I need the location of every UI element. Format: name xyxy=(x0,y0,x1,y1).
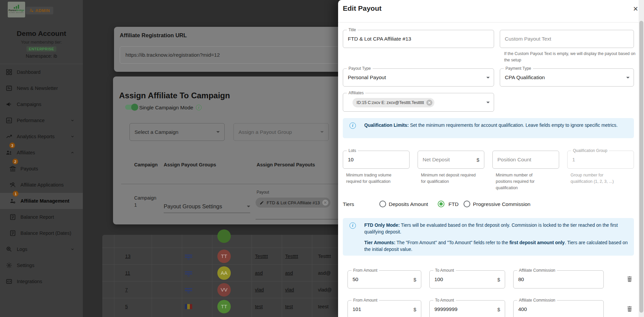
forexbridge-logo[interactable]: ForexBridge FOREX BROKER xyxy=(8,2,25,17)
dollar-adornment: $ xyxy=(414,307,416,312)
last-name-link[interactable]: test xyxy=(285,304,293,309)
bar-chart-icon xyxy=(6,117,12,124)
from-amount-label: From Amount xyxy=(352,268,379,273)
affiliate-id-link[interactable]: 7 xyxy=(125,287,128,293)
radio-deposits-amount[interactable] xyxy=(379,201,386,207)
sidebar-item-integrations[interactable]: Integrations xyxy=(0,273,83,289)
ftd-mode-alert: i FTD Only Mode: Tiers will be evaluated… xyxy=(343,218,634,256)
scrollbar-thumb[interactable] xyxy=(639,21,643,313)
payment-type-select[interactable]: CPA Qualification xyxy=(500,68,634,87)
position-count-helper: Minimum number of positions required for… xyxy=(496,172,546,191)
campaign-cell: Campaign 1 xyxy=(134,195,156,209)
sidebar-item-settings[interactable]: Settings xyxy=(0,257,83,273)
affiliate-chip[interactable]: ID:15 C:zxcv E: zxcv@Testttt.Testtttt ✕ xyxy=(353,98,434,107)
affiliate-commission-field[interactable]: 80 xyxy=(513,270,604,288)
from-amount-field[interactable]: 101 $ xyxy=(347,300,421,317)
sidebar: ForexBridge FOREX BROKER ADMIN Demo Acco… xyxy=(0,0,83,317)
radio-ftd[interactable] xyxy=(438,201,444,207)
radio-deposits-amount-label: Deposits Amount xyxy=(389,201,428,207)
chevron-down-icon xyxy=(486,77,490,78)
admin-person-lock-icon xyxy=(29,8,34,13)
chip-remove-icon[interactable]: ✕ xyxy=(322,200,328,206)
dollar-adornment: $ xyxy=(477,157,479,163)
qualification-group-label: Qualification Group xyxy=(571,148,609,153)
dollar-adornment: $ xyxy=(414,277,416,282)
single-campaign-toggle[interactable] xyxy=(125,105,137,110)
membership-tier-label: Your membership tier: xyxy=(0,40,83,45)
sidebar-item-news-newsletter[interactable]: News & Newsletter xyxy=(0,80,83,96)
sidebar-item-logs[interactable]: Logs xyxy=(0,241,83,257)
qualification-group-field[interactable]: 1 xyxy=(567,151,634,169)
affiliates-label: Affiliates xyxy=(347,91,365,95)
from-amount-field[interactable]: 50 $ xyxy=(347,270,421,288)
lots-field[interactable]: 10 xyxy=(343,151,410,169)
sidebar-item-payouts[interactable]: Payouts 2 xyxy=(0,161,83,177)
tier-badge: ENTERPRISE xyxy=(26,46,56,52)
first-name-link[interactable]: vlad xyxy=(255,287,264,293)
chevron-down-icon xyxy=(70,135,74,139)
title-field-value: FTD & Lot CPA Affiliate #13 xyxy=(348,36,411,42)
sidebar-item-affiliate-applications[interactable]: Affiliate Applications xyxy=(0,177,83,193)
affiliate-commission-field[interactable]: 400 xyxy=(513,300,604,317)
assign-card-title: Assign Affiliate To Campaign xyxy=(119,91,230,100)
delete-tier-icon[interactable] xyxy=(626,275,633,283)
col-campaign: Campaign xyxy=(134,162,158,167)
select-underline xyxy=(164,213,250,213)
to-amount-field[interactable]: 100 $ xyxy=(429,270,505,288)
affiliate-id-link[interactable]: 13 xyxy=(125,254,130,259)
payment-type-value: CPA Qualification xyxy=(505,74,545,81)
last-name-link[interactable]: asd xyxy=(285,270,293,276)
last-name-link[interactable]: Testttt xyxy=(285,254,298,259)
first-name-link[interactable]: Testttt xyxy=(255,254,268,259)
email-cell: Testttt xyxy=(318,254,331,259)
sidebar-item-balance-report[interactable]: Balance Report xyxy=(0,209,83,225)
dollar-adornment: $ xyxy=(497,307,500,312)
scrollbar[interactable] xyxy=(639,0,644,317)
tiers-label: Tiers xyxy=(343,201,354,207)
position-count-field[interactable]: Position Count xyxy=(492,151,559,169)
chip-label: FTD & Lot CPA Affiliate #13 xyxy=(267,200,320,205)
to-amount-field[interactable]: 99999999 $ xyxy=(429,300,505,317)
campaign-select[interactable]: Select a Campaign xyxy=(129,123,225,141)
sidebar-item-affiliate-management[interactable]: Affiliate Management 1 xyxy=(0,193,83,209)
net-deposit-placeholder: Net Deposit xyxy=(423,157,450,163)
payout-type-label: Payout Type xyxy=(347,66,373,71)
first-name-link[interactable]: test xyxy=(255,304,263,309)
chevron-down-icon xyxy=(70,118,74,122)
to-amount-label: To Amount xyxy=(433,268,456,273)
sidebar-item-performance[interactable]: Performance xyxy=(0,112,83,128)
chip-remove-icon[interactable]: ✕ xyxy=(426,100,432,106)
payout-type-select[interactable]: Personal Payout xyxy=(343,68,494,87)
radio-progressive-commission[interactable] xyxy=(464,201,470,207)
admin-badge[interactable]: ADMIN xyxy=(26,7,53,14)
net-deposit-field[interactable]: Net Deposit $ xyxy=(418,151,484,169)
person-add-icon xyxy=(9,181,16,188)
payout-groups-settings-select[interactable]: Payout Groups Settings xyxy=(164,203,250,210)
alert-paragraph: Tier Amounts: The "From Amount" and "To … xyxy=(364,240,635,253)
last-name-link[interactable]: vlad xyxy=(285,287,294,293)
sidebar-item-campaigns[interactable]: Campaigns xyxy=(0,96,83,112)
namespace: Namespace: ib xyxy=(0,53,83,59)
personal-payout-chip[interactable]: FTD & Lot CPA Affiliate #13 ✕ xyxy=(256,198,330,208)
payout-group-select[interactable]: Assign a Payout Group xyxy=(233,123,329,141)
custom-payout-text-field[interactable]: Custom Payout Text xyxy=(500,30,634,48)
delete-tier-icon[interactable] xyxy=(626,305,633,313)
affiliate-id-link[interactable]: 5 xyxy=(125,304,128,309)
first-name-link[interactable]: asd xyxy=(255,270,263,276)
lots-label: Lots xyxy=(347,148,358,153)
sidebar-item-analytics-reports[interactable]: Analytics Reports xyxy=(0,128,83,145)
pencil-icon[interactable] xyxy=(260,201,264,205)
email-cell: teest xyxy=(318,304,328,309)
radio-progressive-commission-label: Progressive Commission xyxy=(473,201,530,207)
avatar xyxy=(217,229,231,243)
title-field[interactable]: FTD & Lot CPA Affiliate #13 xyxy=(343,30,494,48)
dashboard-icon xyxy=(6,69,12,75)
sidebar-item-affiliates[interactable]: Affiliates 3 xyxy=(0,145,83,161)
chevron-down-icon xyxy=(247,206,250,207)
sidebar-item-balance-report-dates[interactable]: Balance Report (Dates) xyxy=(0,225,83,241)
affiliates-select[interactable]: ID:15 C:zxcv E: zxcv@Testttt.Testtttt ✕ xyxy=(343,93,494,112)
affiliate-id-link[interactable]: 11 xyxy=(125,270,130,276)
single-campaign-label: Single Campaign Mode xyxy=(139,105,193,111)
info-icon[interactable]: i xyxy=(196,105,202,110)
sidebar-item-dashboard[interactable]: Dashboard xyxy=(0,64,83,80)
